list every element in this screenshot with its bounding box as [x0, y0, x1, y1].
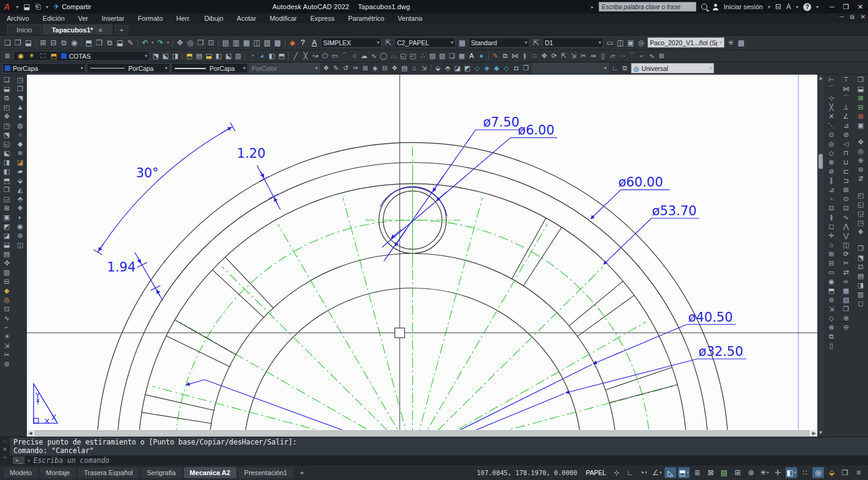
menu-item-modificar[interactable]: Modificar [263, 15, 304, 22]
tool-icon[interactable]: ⊟ [826, 260, 837, 267]
command-tools-icon[interactable]: ⌁ [3, 454, 6, 460]
tool-icon[interactable]: ⌒ [340, 53, 349, 59]
tool-icon[interactable]: ▩ [272, 39, 283, 46]
tool-icon[interactable]: ↶ [140, 39, 150, 46]
tool-icon[interactable]: ▧ [841, 297, 852, 303]
vertical-scrollbar[interactable]: ▲ ▼ [817, 75, 824, 437]
tab-close-icon[interactable]: ✕ [98, 27, 103, 34]
tool-icon[interactable]: ▧ [262, 39, 272, 46]
tool-icon[interactable]: ❖ [15, 205, 26, 212]
tool-icon[interactable]: ⌒ [627, 53, 637, 59]
drawing-canvas[interactable]: ø7.50 ø6.00 ø60.00 ø53.70 ø40.50 ø32.50 … [27, 75, 817, 430]
restore-button[interactable]: ❐ [843, 3, 849, 11]
text-style-icon[interactable]: A [309, 39, 319, 46]
account-icon[interactable] [712, 4, 719, 10]
doc-minimize-button[interactable]: ─ [839, 13, 844, 21]
hscroll-thumb[interactable] [35, 430, 809, 436]
tool-icon[interactable]: ◘ [511, 65, 521, 72]
tool-icon[interactable]: ▥ [856, 291, 866, 298]
tool-icon[interactable]: ⬘ [443, 65, 453, 72]
tool-icon[interactable]: ◔ [247, 53, 257, 59]
tool-icon[interactable]: ⊖ [841, 324, 852, 331]
tool-icon[interactable]: ⇵ [856, 175, 866, 182]
tool-icon[interactable]: ⬒ [184, 53, 194, 59]
tool-icon[interactable]: ❖ [390, 65, 399, 72]
status-toggle-icon[interactable]: ▤ [718, 467, 730, 478]
tool-icon[interactable]: ⬕ [2, 150, 12, 157]
tool-icon[interactable]: ⊡ [2, 306, 12, 312]
tool-icon[interactable]: ☁ [359, 53, 369, 59]
tool-icon[interactable]: ◇ [826, 150, 837, 157]
menu-item-acotar[interactable]: Acotar [230, 15, 263, 22]
minimize-button[interactable]: ─ [830, 3, 834, 11]
layout-tab-presentaci-n1[interactable]: Presentación1 [238, 467, 293, 478]
tool-icon[interactable]: ⬓ [2, 242, 12, 248]
tool-icon[interactable]: ▭ [826, 269, 837, 276]
status-toggle-icon[interactable]: ⊛ [745, 467, 757, 478]
tool-icon[interactable]: ◯ [379, 53, 388, 59]
text-style-select[interactable]: SIMPLEX▾ [321, 37, 382, 48]
tool-icon[interactable]: ⊡ [826, 205, 837, 212]
tool-icon[interactable]: ✂ [841, 260, 852, 267]
sign-in-chevron-icon[interactable]: ▾ [768, 4, 770, 10]
tool-icon[interactable]: ▦ [841, 287, 852, 294]
menu-item-param-trico[interactable]: Paramétrico [341, 15, 391, 22]
tool-icon[interactable]: ⊚ [826, 297, 837, 303]
menu-item-herr-[interactable]: Herr. [170, 15, 198, 22]
tool-icon[interactable]: ◎ [856, 148, 866, 155]
tool-icon[interactable]: ⌓ [388, 53, 398, 59]
scroll-down-icon[interactable]: ▼ [819, 429, 823, 437]
status-toggle-icon[interactable]: ✳▾ [759, 467, 770, 478]
tool-icon[interactable]: ◉ [16, 53, 26, 59]
tool-icon[interactable]: ⬒ [826, 287, 837, 294]
tool-icon[interactable]: ⊞ [360, 65, 370, 72]
app-store-cart-icon[interactable]: ⊟ [775, 2, 781, 11]
tool-icon[interactable]: ▧ [437, 53, 447, 59]
tool-icon[interactable]: ⊞ [841, 186, 852, 193]
menu-item-archivo[interactable]: Archivo [0, 15, 36, 22]
tool-icon[interactable]: ⊟ [2, 278, 12, 285]
tool-icon[interactable]: ❒ [856, 245, 866, 252]
tool-icon[interactable]: ╳ [301, 53, 310, 59]
tool-icon[interactable]: ◰ [408, 53, 418, 59]
tool-icon[interactable]: ◇ [501, 65, 511, 72]
tool-icon[interactable]: ✎ [125, 39, 136, 46]
tool-icon[interactable]: ⇲ [2, 342, 12, 349]
tool-icon[interactable]: ≬ [520, 53, 530, 59]
new-layout-button[interactable]: + [296, 469, 307, 476]
tool-icon[interactable]: ❏ [2, 39, 13, 46]
tool-icon[interactable]: ❏ [447, 53, 457, 59]
tool-icon[interactable]: ⌂ [409, 65, 419, 72]
tool-icon[interactable]: ✥ [856, 139, 866, 146]
menu-item-express[interactable]: Express [304, 15, 341, 22]
tool-icon[interactable]: ✳ [726, 39, 736, 46]
tool-icon[interactable]: ◎ [826, 141, 837, 147]
tool-icon[interactable]: ◻ [826, 223, 837, 230]
tool-icon[interactable]: ◩ [2, 223, 12, 230]
quick-access-chevron-icon[interactable]: ▾ [46, 4, 48, 10]
layout-tab-montaje[interactable]: Montaje [40, 467, 76, 478]
tool-icon[interactable]: ◻ [856, 300, 866, 307]
status-toggle-icon[interactable]: ❒ [839, 467, 851, 478]
tool-icon[interactable]: ◫ [841, 242, 852, 248]
tool-icon[interactable]: ⊢ [826, 76, 837, 83]
layout-tab-modelo[interactable]: Modelo [4, 467, 38, 478]
tool-icon[interactable]: ⊙ [841, 196, 852, 202]
tool-icon[interactable]: ◨ [170, 53, 180, 59]
tool-icon[interactable]: ∴ [418, 53, 428, 59]
tool-icon[interactable]: ⇲ [569, 53, 578, 59]
tool-icon[interactable]: ▤ [399, 65, 409, 72]
tool-icon[interactable]: ∿ [841, 214, 852, 221]
tool-icon[interactable]: ◐ [15, 214, 26, 221]
vscroll-thumb[interactable] [819, 154, 823, 169]
tool-icon[interactable]: ⊞ [657, 53, 666, 59]
tool-icon[interactable]: ⊘ [826, 168, 837, 175]
tool-icon[interactable]: ⌐ [637, 53, 647, 59]
status-toggle-icon[interactable]: ∟ [624, 467, 636, 478]
status-toggle-icon[interactable]: ◔▾ [638, 467, 649, 478]
tool-icon[interactable]: ≣ [2, 53, 12, 59]
tool-icon[interactable]: ❐ [94, 39, 104, 46]
mleader-style-icon[interactable]: ⇱ [531, 39, 541, 46]
scroll-right-icon[interactable]: ▶ [811, 430, 817, 436]
tool-icon[interactable]: ● [476, 53, 486, 59]
